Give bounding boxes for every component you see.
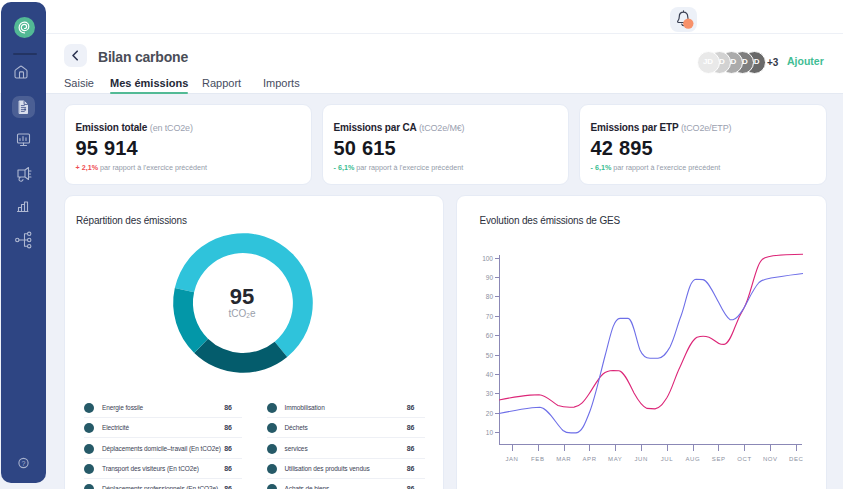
- svg-text:20: 20: [486, 410, 494, 417]
- svg-text:FEB: FEB: [531, 456, 544, 462]
- svg-text:tCO2e: tCO2e: [229, 308, 256, 320]
- svg-text:DEC: DEC: [789, 456, 804, 462]
- svg-text:70: 70: [486, 313, 494, 320]
- svg-text:50: 50: [486, 352, 494, 359]
- svg-text:30: 30: [486, 390, 494, 397]
- svg-text:JUN: JUN: [634, 456, 647, 462]
- svg-text:?: ?: [22, 460, 26, 467]
- svg-text:JAN: JAN: [505, 456, 518, 462]
- svg-text:90: 90: [486, 274, 494, 281]
- svg-text:40: 40: [486, 371, 494, 378]
- svg-text:SEP: SEP: [712, 456, 726, 462]
- svg-text:JUL: JUL: [661, 456, 674, 462]
- svg-text:10: 10: [486, 429, 494, 436]
- svg-text:100: 100: [482, 255, 493, 262]
- svg-text:APR: APR: [582, 456, 596, 462]
- svg-text:OCT: OCT: [737, 456, 751, 462]
- svg-text:95: 95: [230, 284, 254, 309]
- svg-text:60: 60: [486, 332, 494, 339]
- svg-text:80: 80: [486, 293, 494, 300]
- svg-text:AUG: AUG: [685, 456, 700, 462]
- svg-text:MAY: MAY: [608, 456, 622, 462]
- svg-text:MAR: MAR: [556, 456, 571, 462]
- svg-text:NOV: NOV: [763, 456, 778, 462]
